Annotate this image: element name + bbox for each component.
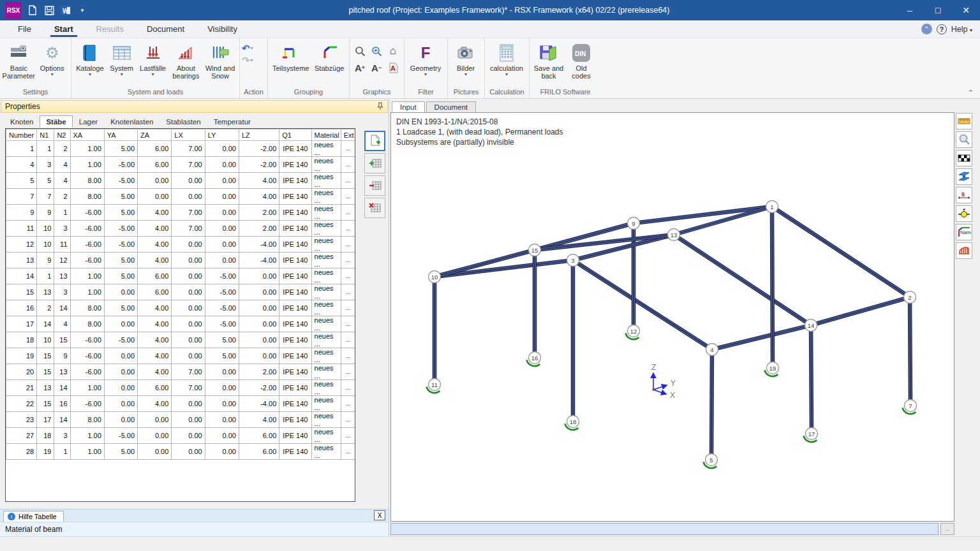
cell-za[interactable]: 4.00 [138, 300, 172, 316]
cell-q1[interactable]: IPE 140 [279, 444, 311, 460]
pin-icon[interactable] [377, 102, 383, 112]
cell-ya[interactable]: 5.00 [104, 444, 137, 460]
cell-n2[interactable]: 3 [54, 428, 70, 444]
cell-material[interactable]: neues ... [311, 364, 341, 380]
column-header-ya[interactable]: YA [104, 129, 137, 141]
cell-n2[interactable]: 4 [54, 173, 70, 189]
column-header-n2[interactable]: N2 [54, 129, 70, 141]
cell-material[interactable]: neues ... [311, 380, 341, 396]
bilder-button[interactable]: Bilder ▾ [450, 40, 482, 77]
property-tab-temperatur[interactable]: Temperatur [207, 115, 257, 128]
cell-lz[interactable]: 4.00 [239, 173, 279, 189]
zoom-home-icon[interactable]: ⌂ [385, 43, 401, 59]
cell-lz[interactable]: 6.00 [239, 444, 279, 460]
cell-n1[interactable]: 7 [37, 189, 54, 205]
cell-ya[interactable]: -5.00 [104, 237, 137, 253]
cell-number[interactable]: 5 [6, 173, 37, 189]
cell-ya[interactable]: 5.00 [104, 141, 137, 157]
cell-lz[interactable]: 4.00 [239, 412, 279, 428]
member-name-icon[interactable]: Name [956, 224, 972, 240]
geometry-filter-button[interactable]: F Geometry ▾ [406, 40, 445, 77]
cell-n2[interactable]: 14 [54, 412, 70, 428]
cell-za[interactable]: 4.00 [138, 205, 172, 221]
cell-n2[interactable]: 13 [54, 364, 70, 380]
cell-n1[interactable]: 9 [37, 205, 54, 221]
column-header-lz[interactable]: LZ [239, 129, 279, 141]
cell-ly[interactable]: 5.00 [205, 332, 239, 348]
cell-za[interactable]: 0.00 [138, 428, 172, 444]
cell-ext-button[interactable]: ... [341, 364, 355, 380]
cell-material[interactable]: neues ... [311, 444, 341, 460]
steel-profile-icon[interactable] [956, 168, 972, 185]
cell-ya[interactable]: 0.00 [104, 348, 137, 364]
cell-n1[interactable]: 5 [37, 173, 54, 189]
cell-xa[interactable]: 8.00 [70, 316, 104, 332]
cell-lx[interactable]: 0.00 [172, 428, 205, 444]
cell-number[interactable]: 23 [6, 412, 37, 428]
cell-ya[interactable]: -5.00 [104, 157, 137, 173]
cell-ext-button[interactable]: ... [341, 348, 355, 364]
cell-lx[interactable]: 0.00 [172, 300, 205, 316]
cell-material[interactable]: neues ... [311, 141, 341, 157]
cell-ext-button[interactable]: ... [341, 300, 355, 316]
cell-ya[interactable]: 5.00 [104, 205, 137, 221]
column-header-q1[interactable]: Q1 [279, 129, 311, 141]
cell-n1[interactable]: 19 [37, 444, 54, 460]
cell-n2[interactable]: 4 [54, 316, 70, 332]
cell-xa[interactable]: -6.00 [70, 205, 104, 221]
cell-xa[interactable]: -6.00 [70, 253, 104, 268]
tab-visibility[interactable]: Visibility [196, 21, 249, 37]
cell-za[interactable]: 6.00 [138, 268, 172, 284]
cell-ext-button[interactable]: ... [341, 221, 355, 237]
cell-lz[interactable]: 0.00 [239, 348, 279, 364]
more-button[interactable]: ... [940, 523, 954, 535]
cell-material[interactable]: neues ... [311, 221, 341, 237]
cell-number[interactable]: 18 [6, 332, 37, 348]
cell-ya[interactable]: -5.00 [104, 428, 137, 444]
cell-n1[interactable]: 1 [37, 141, 54, 157]
cell-lz[interactable]: 2.00 [239, 205, 279, 221]
redo-button[interactable]: ↷▾ [242, 55, 253, 66]
cell-lx[interactable]: 7.00 [172, 380, 205, 396]
cell-lx[interactable]: 0.00 [172, 237, 205, 253]
about-bearings-button[interactable]: About bearings [168, 40, 203, 80]
cell-n1[interactable]: 15 [37, 396, 54, 412]
cell-lz[interactable]: -2.00 [239, 141, 279, 157]
cell-ext-button[interactable]: ... [341, 205, 355, 221]
cell-lz[interactable]: -4.00 [239, 396, 279, 412]
basic-parameter-button[interactable]: Basic Parameter [2, 40, 36, 80]
cell-number[interactable]: 13 [6, 253, 37, 268]
cell-lx[interactable]: 7.00 [172, 221, 205, 237]
cell-ext-button[interactable]: ... [341, 157, 355, 173]
cell-n1[interactable]: 2 [37, 300, 54, 316]
cell-za[interactable]: 4.00 [138, 221, 172, 237]
cell-lz[interactable]: -2.00 [239, 157, 279, 173]
options-button[interactable]: ⚙ Options ▾ [36, 40, 70, 77]
insert-row-button[interactable] [364, 153, 385, 173]
cell-material[interactable]: neues ... [311, 412, 341, 428]
cell-ly[interactable]: 0.00 [205, 205, 239, 221]
cell-ly[interactable]: -5.00 [205, 316, 239, 332]
cell-xa[interactable]: 1.00 [70, 157, 104, 173]
cell-n1[interactable]: 17 [37, 412, 54, 428]
cell-lz[interactable]: 0.00 [239, 300, 279, 316]
cell-lz[interactable]: 0.00 [239, 316, 279, 332]
cell-za[interactable]: 4.00 [138, 396, 172, 412]
cell-lz[interactable]: 4.00 [239, 189, 279, 205]
cell-lx[interactable]: 0.00 [172, 316, 205, 332]
cell-lx[interactable]: 0.00 [172, 396, 205, 412]
cell-number[interactable]: 19 [6, 348, 37, 364]
cell-ly[interactable]: 5.00 [205, 348, 239, 364]
cell-n1[interactable]: 10 [37, 221, 54, 237]
cell-ly[interactable]: 0.00 [205, 157, 239, 173]
cell-ya[interactable]: 5.00 [104, 253, 137, 268]
cell-za[interactable]: 4.00 [138, 316, 172, 332]
cell-lz[interactable]: -4.00 [239, 237, 279, 253]
cell-q1[interactable]: IPE 140 [279, 364, 311, 380]
cell-za[interactable]: 0.00 [138, 173, 172, 189]
close-help-button[interactable]: X [374, 510, 385, 520]
cell-lx[interactable]: 7.00 [172, 157, 205, 173]
cell-ly[interactable]: 0.00 [205, 428, 239, 444]
cell-number[interactable]: 15 [6, 284, 37, 300]
cell-za[interactable]: 6.00 [138, 284, 172, 300]
